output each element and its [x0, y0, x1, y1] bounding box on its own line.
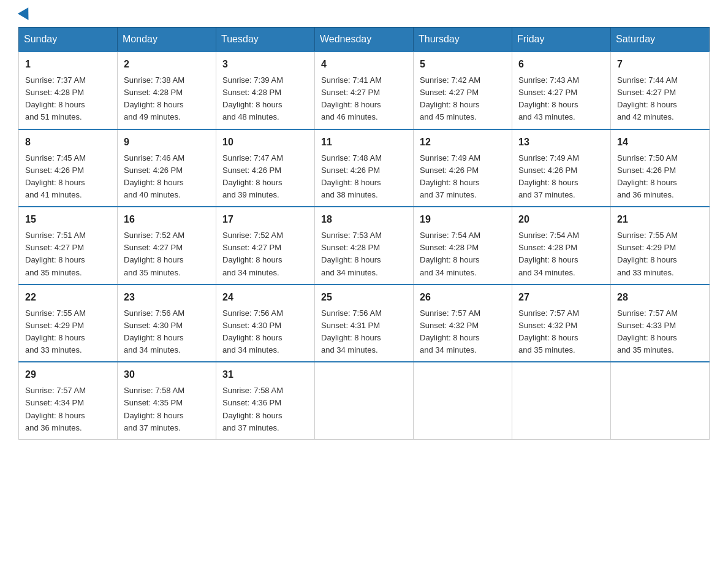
- calendar-cell: 10 Sunrise: 7:47 AMSunset: 4:26 PMDaylig…: [216, 129, 315, 207]
- calendar-cell: [611, 362, 710, 439]
- logo-triangle-icon: [18, 7, 34, 23]
- day-number: 29: [25, 367, 111, 382]
- week-row-2: 8 Sunrise: 7:45 AMSunset: 4:26 PMDayligh…: [19, 129, 710, 207]
- calendar-cell: 18 Sunrise: 7:53 AMSunset: 4:28 PMDaylig…: [315, 207, 414, 285]
- calendar-header-row: SundayMondayTuesdayWednesdayThursdayFrid…: [19, 28, 710, 52]
- day-info: Sunrise: 7:58 AMSunset: 4:35 PMDaylight:…: [124, 386, 184, 432]
- day-info: Sunrise: 7:51 AMSunset: 4:27 PMDaylight:…: [25, 231, 86, 277]
- column-header-tuesday: Tuesday: [216, 28, 315, 52]
- calendar-cell: 19 Sunrise: 7:54 AMSunset: 4:28 PMDaylig…: [414, 207, 512, 285]
- day-info: Sunrise: 7:49 AMSunset: 4:26 PMDaylight:…: [518, 153, 579, 199]
- day-number: 4: [321, 57, 407, 72]
- calendar-cell: [512, 362, 611, 439]
- day-info: Sunrise: 7:54 AMSunset: 4:28 PMDaylight:…: [518, 231, 579, 277]
- day-number: 11: [321, 135, 407, 150]
- calendar-cell: 23 Sunrise: 7:56 AMSunset: 4:30 PMDaylig…: [118, 285, 216, 362]
- day-number: 31: [222, 367, 308, 382]
- day-number: 1: [25, 57, 111, 72]
- calendar-cell: 15 Sunrise: 7:51 AMSunset: 4:27 PMDaylig…: [19, 207, 118, 285]
- week-row-1: 1 Sunrise: 7:37 AMSunset: 4:28 PMDayligh…: [19, 52, 710, 129]
- day-number: 8: [25, 135, 111, 150]
- day-info: Sunrise: 7:37 AMSunset: 4:28 PMDaylight:…: [25, 75, 86, 121]
- calendar-table: SundayMondayTuesdayWednesdayThursdayFrid…: [18, 27, 710, 440]
- day-info: Sunrise: 7:57 AMSunset: 4:34 PMDaylight:…: [25, 386, 86, 432]
- calendar-cell: 14 Sunrise: 7:50 AMSunset: 4:26 PMDaylig…: [611, 129, 710, 207]
- day-info: Sunrise: 7:41 AMSunset: 4:27 PMDaylight:…: [321, 75, 382, 121]
- day-info: Sunrise: 7:48 AMSunset: 4:26 PMDaylight:…: [321, 153, 382, 199]
- column-header-friday: Friday: [512, 28, 611, 52]
- day-info: Sunrise: 7:38 AMSunset: 4:28 PMDaylight:…: [124, 75, 184, 121]
- page-header: [18, 12, 710, 21]
- day-number: 30: [124, 367, 210, 382]
- day-number: 28: [617, 290, 703, 305]
- calendar-cell: 21 Sunrise: 7:55 AMSunset: 4:29 PMDaylig…: [611, 207, 710, 285]
- day-number: 17: [222, 212, 308, 227]
- day-number: 27: [518, 290, 604, 305]
- day-info: Sunrise: 7:47 AMSunset: 4:26 PMDaylight:…: [222, 153, 283, 199]
- calendar-cell: [315, 362, 414, 439]
- calendar-cell: 11 Sunrise: 7:48 AMSunset: 4:26 PMDaylig…: [315, 129, 414, 207]
- calendar-cell: 8 Sunrise: 7:45 AMSunset: 4:26 PMDayligh…: [19, 129, 118, 207]
- calendar-cell: 4 Sunrise: 7:41 AMSunset: 4:27 PMDayligh…: [315, 52, 414, 129]
- day-info: Sunrise: 7:54 AMSunset: 4:28 PMDaylight:…: [420, 231, 480, 277]
- day-info: Sunrise: 7:44 AMSunset: 4:27 PMDaylight:…: [617, 75, 678, 121]
- day-info: Sunrise: 7:49 AMSunset: 4:26 PMDaylight:…: [420, 153, 480, 199]
- day-number: 26: [420, 290, 506, 305]
- day-number: 2: [124, 57, 210, 72]
- calendar-cell: 25 Sunrise: 7:56 AMSunset: 4:31 PMDaylig…: [315, 285, 414, 362]
- calendar-cell: 12 Sunrise: 7:49 AMSunset: 4:26 PMDaylig…: [414, 129, 512, 207]
- day-number: 19: [420, 212, 506, 227]
- day-number: 9: [124, 135, 210, 150]
- column-header-thursday: Thursday: [414, 28, 512, 52]
- calendar-cell: 2 Sunrise: 7:38 AMSunset: 4:28 PMDayligh…: [118, 52, 216, 129]
- calendar-cell: [414, 362, 512, 439]
- calendar-cell: 30 Sunrise: 7:58 AMSunset: 4:35 PMDaylig…: [118, 362, 216, 439]
- day-number: 22: [25, 290, 111, 305]
- calendar-cell: 24 Sunrise: 7:56 AMSunset: 4:30 PMDaylig…: [216, 285, 315, 362]
- day-info: Sunrise: 7:52 AMSunset: 4:27 PMDaylight:…: [124, 231, 184, 277]
- calendar-cell: 7 Sunrise: 7:44 AMSunset: 4:27 PMDayligh…: [611, 52, 710, 129]
- day-info: Sunrise: 7:56 AMSunset: 4:31 PMDaylight:…: [321, 308, 382, 354]
- week-row-4: 22 Sunrise: 7:55 AMSunset: 4:29 PMDaylig…: [19, 285, 710, 362]
- day-number: 15: [25, 212, 111, 227]
- column-header-saturday: Saturday: [611, 28, 710, 52]
- day-number: 18: [321, 212, 407, 227]
- day-number: 25: [321, 290, 407, 305]
- calendar-cell: 31 Sunrise: 7:58 AMSunset: 4:36 PMDaylig…: [216, 362, 315, 439]
- day-number: 13: [518, 135, 604, 150]
- calendar-cell: 20 Sunrise: 7:54 AMSunset: 4:28 PMDaylig…: [512, 207, 611, 285]
- day-number: 16: [124, 212, 210, 227]
- logo-blue-text: [18, 12, 32, 21]
- week-row-5: 29 Sunrise: 7:57 AMSunset: 4:34 PMDaylig…: [19, 362, 710, 439]
- day-info: Sunrise: 7:56 AMSunset: 4:30 PMDaylight:…: [222, 308, 283, 354]
- day-info: Sunrise: 7:56 AMSunset: 4:30 PMDaylight:…: [124, 308, 184, 354]
- day-info: Sunrise: 7:57 AMSunset: 4:33 PMDaylight:…: [617, 308, 678, 354]
- day-info: Sunrise: 7:58 AMSunset: 4:36 PMDaylight:…: [222, 386, 283, 432]
- calendar-cell: 17 Sunrise: 7:52 AMSunset: 4:27 PMDaylig…: [216, 207, 315, 285]
- day-info: Sunrise: 7:42 AMSunset: 4:27 PMDaylight:…: [420, 75, 480, 121]
- calendar-cell: 26 Sunrise: 7:57 AMSunset: 4:32 PMDaylig…: [414, 285, 512, 362]
- day-number: 14: [617, 135, 703, 150]
- day-number: 20: [518, 212, 604, 227]
- calendar-cell: 9 Sunrise: 7:46 AMSunset: 4:26 PMDayligh…: [118, 129, 216, 207]
- day-number: 24: [222, 290, 308, 305]
- calendar-cell: 1 Sunrise: 7:37 AMSunset: 4:28 PMDayligh…: [19, 52, 118, 129]
- calendar-cell: 28 Sunrise: 7:57 AMSunset: 4:33 PMDaylig…: [611, 285, 710, 362]
- calendar-cell: 27 Sunrise: 7:57 AMSunset: 4:32 PMDaylig…: [512, 285, 611, 362]
- calendar-cell: 3 Sunrise: 7:39 AMSunset: 4:28 PMDayligh…: [216, 52, 315, 129]
- day-info: Sunrise: 7:55 AMSunset: 4:29 PMDaylight:…: [25, 308, 86, 354]
- day-info: Sunrise: 7:43 AMSunset: 4:27 PMDaylight:…: [518, 75, 579, 121]
- day-info: Sunrise: 7:50 AMSunset: 4:26 PMDaylight:…: [617, 153, 678, 199]
- calendar-cell: 6 Sunrise: 7:43 AMSunset: 4:27 PMDayligh…: [512, 52, 611, 129]
- day-info: Sunrise: 7:57 AMSunset: 4:32 PMDaylight:…: [420, 308, 480, 354]
- week-row-3: 15 Sunrise: 7:51 AMSunset: 4:27 PMDaylig…: [19, 207, 710, 285]
- day-info: Sunrise: 7:55 AMSunset: 4:29 PMDaylight:…: [617, 231, 678, 277]
- day-info: Sunrise: 7:52 AMSunset: 4:27 PMDaylight:…: [222, 231, 283, 277]
- column-header-wednesday: Wednesday: [315, 28, 414, 52]
- logo: [18, 12, 32, 21]
- day-number: 3: [222, 57, 308, 72]
- day-info: Sunrise: 7:45 AMSunset: 4:26 PMDaylight:…: [25, 153, 86, 199]
- day-number: 12: [420, 135, 506, 150]
- day-info: Sunrise: 7:39 AMSunset: 4:28 PMDaylight:…: [222, 75, 283, 121]
- column-header-monday: Monday: [118, 28, 216, 52]
